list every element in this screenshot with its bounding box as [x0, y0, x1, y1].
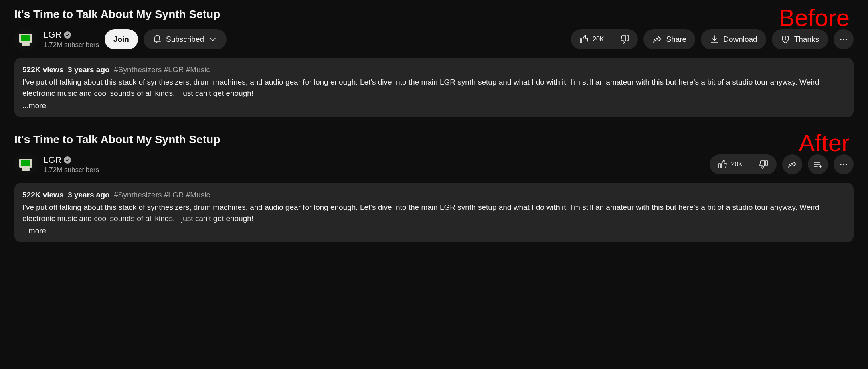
description-body: I've put off talking about this stack of… — [22, 77, 846, 99]
more-horizontal-icon — [839, 34, 848, 44]
more-actions-button[interactable] — [834, 29, 854, 49]
thumbs-down-icon — [759, 160, 769, 169]
svg-point-6 — [846, 39, 847, 40]
svg-point-12 — [846, 164, 847, 165]
description-box[interactable]: 522K views 3 years ago #Synthesizers #LG… — [14, 183, 854, 242]
share-icon — [787, 160, 797, 169]
share-button[interactable] — [782, 154, 802, 174]
download-button[interactable]: Download — [701, 29, 766, 49]
channel-avatar[interactable] — [14, 153, 37, 176]
svg-text:$: $ — [784, 36, 786, 41]
description-meta: 522K views 3 years ago #Synthesizers #LG… — [22, 189, 846, 201]
channel-name[interactable]: LGR — [43, 155, 61, 165]
view-count: 522K views — [22, 65, 63, 74]
svg-point-4 — [840, 39, 841, 40]
view-count: 522K views — [22, 191, 63, 199]
upload-age: 3 years ago — [68, 191, 110, 199]
more-horizontal-icon — [839, 160, 848, 169]
download-label: Download — [723, 35, 757, 44]
svg-rect-8 — [21, 160, 30, 166]
after-section: After It's Time to Talk About My Synth S… — [14, 133, 854, 242]
before-section: Before It's Time to Talk About My Synth … — [14, 8, 854, 117]
like-count: 20K — [731, 161, 743, 168]
svg-point-11 — [843, 164, 844, 165]
show-more-button[interactable]: ...more — [22, 100, 846, 112]
video-title[interactable]: It's Time to Talk About My Synth Setup — [14, 133, 854, 146]
after-label: After — [799, 129, 850, 157]
channel-block[interactable]: LGR 1.72M subscribers — [14, 28, 99, 51]
share-button[interactable]: Share — [643, 29, 695, 49]
channel-text: LGR 1.72M subscribers — [43, 30, 99, 49]
playlist-add-icon — [813, 160, 823, 169]
video-title[interactable]: It's Time to Talk About My Synth Setup — [14, 8, 854, 21]
channel-block[interactable]: LGR 1.72M subscribers — [14, 153, 99, 176]
download-icon — [710, 34, 719, 44]
like-button[interactable]: 20K — [571, 29, 612, 49]
like-dislike-group: 20K — [571, 29, 638, 49]
dislike-button[interactable] — [612, 29, 638, 49]
subscriber-count: 1.72M subscribers — [43, 41, 99, 49]
like-button[interactable]: 20K — [710, 154, 751, 174]
heart-dollar-icon: $ — [781, 34, 790, 44]
channel-name[interactable]: LGR — [43, 30, 61, 40]
channel-text: LGR 1.72M subscribers — [43, 155, 99, 174]
hashtags[interactable]: #Synthesizers #LGR #Music — [114, 191, 210, 199]
channel-avatar[interactable] — [14, 28, 37, 51]
like-dislike-group: 20K — [710, 154, 777, 174]
join-label: Join — [113, 35, 129, 44]
thanks-button[interactable]: $ Thanks — [772, 29, 828, 49]
save-button[interactable] — [808, 154, 828, 174]
share-icon — [652, 34, 662, 44]
thanks-label: Thanks — [794, 35, 819, 44]
bell-icon — [152, 34, 162, 44]
svg-point-5 — [843, 39, 844, 40]
hashtags[interactable]: #Synthesizers #LGR #Music — [114, 65, 210, 74]
show-more-button[interactable]: ...more — [22, 225, 846, 237]
chevron-down-icon — [208, 34, 218, 44]
join-button[interactable]: Join — [105, 29, 138, 49]
share-label: Share — [666, 35, 686, 44]
upload-age: 3 years ago — [68, 65, 110, 74]
thumbs-down-icon — [620, 34, 630, 44]
subscribed-label: Subscribed — [166, 35, 204, 44]
thumbs-up-icon — [718, 160, 727, 169]
description-box[interactable]: 522K views 3 years ago #Synthesizers #LG… — [14, 58, 854, 117]
more-actions-button[interactable] — [834, 154, 854, 174]
meta-row: LGR 1.72M subscribers 20K — [14, 153, 854, 176]
svg-rect-9 — [22, 168, 30, 171]
subscribed-button[interactable]: Subscribed — [144, 29, 227, 49]
svg-rect-2 — [22, 43, 30, 46]
verified-icon — [64, 156, 71, 164]
dislike-button[interactable] — [751, 154, 777, 174]
svg-point-10 — [840, 164, 841, 165]
subscriber-count: 1.72M subscribers — [43, 166, 99, 174]
like-count: 20K — [593, 36, 604, 43]
description-body: I've put off talking about this stack of… — [22, 202, 846, 225]
description-meta: 522K views 3 years ago #Synthesizers #LG… — [22, 64, 846, 76]
verified-icon — [64, 31, 71, 39]
svg-rect-1 — [21, 35, 30, 41]
meta-row: LGR 1.72M subscribers Join Subscribed — [14, 28, 854, 51]
thumbs-up-icon — [579, 34, 589, 44]
before-label: Before — [779, 4, 850, 32]
